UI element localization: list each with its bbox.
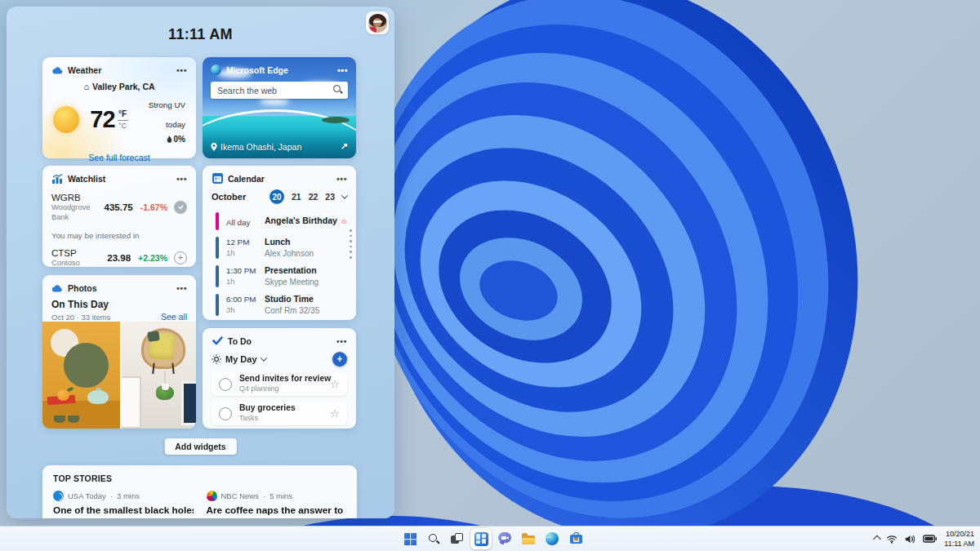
calendar-more-menu[interactable]: ••• bbox=[336, 176, 347, 182]
top-stories-title: TOP STORIES bbox=[53, 473, 346, 483]
sun-icon bbox=[53, 106, 79, 133]
weather-condition: Strong UV today bbox=[149, 100, 185, 129]
usa-today-logo-icon bbox=[53, 491, 64, 501]
watchlist-added-button[interactable] bbox=[174, 201, 187, 214]
calendar-icon bbox=[212, 173, 223, 184]
stock-row[interactable]: CTSP Contoso 23.98 +2.23% + bbox=[51, 247, 187, 269]
widgets-panel: 11:11 AM Weather ••• ⌂Valley Park, CA 72… bbox=[7, 7, 394, 518]
taskbar-date: 10/20/21 bbox=[944, 529, 974, 539]
calendar-scrollbar[interactable] bbox=[350, 229, 352, 259]
taskbar-clock[interactable]: 10/20/21 11:11 AM bbox=[944, 529, 974, 549]
add-task-button[interactable]: + bbox=[332, 352, 347, 367]
avatar bbox=[368, 14, 387, 33]
stock-change: +2.23% bbox=[138, 253, 167, 263]
weather-widget[interactable]: Weather ••• ⌂Valley Park, CA 72 °F °C St… bbox=[42, 57, 196, 158]
stock-symbol: CTSP bbox=[51, 247, 80, 259]
user-avatar-button[interactable] bbox=[366, 11, 389, 34]
widgets-icon bbox=[474, 532, 488, 546]
home-icon: ⌂ bbox=[83, 82, 89, 91]
my-day-sun-icon bbox=[212, 354, 221, 364]
my-day-selector[interactable]: My Day bbox=[225, 354, 257, 364]
temperature-value: 72 bbox=[90, 106, 114, 133]
chevron-down-icon[interactable] bbox=[260, 354, 266, 361]
store-icon bbox=[570, 532, 582, 545]
todo-widget[interactable]: To Do ••• My Day + Send invites for revi… bbox=[203, 328, 356, 429]
unit-toggle[interactable]: °F °C bbox=[118, 110, 128, 130]
calendar-date-selected[interactable]: 20 bbox=[270, 189, 284, 204]
stock-row[interactable]: WGRB Woodgrove Bank 435.75 -1.67% bbox=[51, 192, 187, 223]
task-item[interactable]: Buy groceries Tasks ☆ bbox=[212, 402, 347, 425]
wifi-icon[interactable] bbox=[886, 535, 898, 544]
file-explorer-button[interactable] bbox=[518, 528, 539, 549]
calendar-event[interactable]: 6:00 PM 3h Studio Time Conf Rm 32/35 bbox=[216, 294, 347, 316]
news-story[interactable]: USA Today · 3 mins One of the smallest b… bbox=[53, 491, 194, 516]
stock-name: Contoso bbox=[51, 259, 80, 269]
star-icon[interactable]: ☆ bbox=[330, 378, 340, 390]
web-search-input[interactable] bbox=[211, 82, 348, 99]
photos-heading: On This Day bbox=[51, 299, 110, 312]
calendar-month: October bbox=[212, 192, 246, 202]
expand-icon[interactable]: ↗ bbox=[341, 141, 348, 152]
see-all-link[interactable]: See all bbox=[161, 312, 187, 322]
photo-still-life[interactable] bbox=[42, 322, 120, 429]
story-headline: Are coffee naps the answer to your bbox=[207, 504, 347, 516]
widgets-button[interactable] bbox=[470, 528, 492, 549]
watchlist-title: Watchlist bbox=[68, 174, 105, 184]
calendar-event[interactable]: All day Angela's Birthday bbox=[216, 212, 347, 230]
task-complete-circle[interactable] bbox=[219, 407, 232, 420]
weather-location: ⌂Valley Park, CA bbox=[51, 82, 187, 91]
top-stories-section: TOP STORIES USA Today · 3 mins One of th… bbox=[42, 465, 357, 518]
onedrive-cloud-icon bbox=[51, 282, 63, 294]
stock-chart-icon bbox=[51, 173, 63, 184]
weather-cloud-icon bbox=[51, 64, 63, 76]
watchlist-widget[interactable]: Watchlist ••• WGRB Woodgrove Bank 435.75… bbox=[42, 166, 196, 267]
stock-symbol: WGRB bbox=[51, 192, 105, 203]
photos-title: Photos bbox=[68, 283, 97, 293]
edge-browser-button[interactable] bbox=[541, 528, 563, 549]
taskbar-time: 11:11 AM bbox=[944, 539, 974, 549]
chevron-down-icon[interactable] bbox=[341, 192, 348, 198]
story-headline: One of the smallest black holes — and bbox=[53, 504, 194, 516]
watchlist-more-menu[interactable]: ••• bbox=[176, 176, 187, 182]
map-pin-icon bbox=[211, 143, 217, 151]
microsoft-store-button[interactable] bbox=[565, 528, 586, 549]
task-view-button[interactable] bbox=[447, 528, 468, 549]
tray-overflow-chevron-icon[interactable] bbox=[873, 535, 881, 543]
calendar-date[interactable]: 22 bbox=[309, 192, 318, 202]
todo-more-menu[interactable]: ••• bbox=[336, 338, 347, 344]
edge-logo-icon bbox=[211, 64, 221, 75]
task-complete-circle[interactable] bbox=[219, 378, 232, 391]
task-item[interactable]: Send invites for review Q4 planning ☆ bbox=[212, 372, 347, 396]
add-widgets-button[interactable]: Add widgets bbox=[164, 438, 236, 455]
photo-collage[interactable] bbox=[42, 322, 196, 429]
chat-icon bbox=[498, 532, 512, 545]
news-story[interactable]: NBC News · 5 mins Are coffee naps the an… bbox=[207, 491, 347, 516]
edge-more-menu[interactable]: ••• bbox=[337, 67, 348, 73]
photos-more-menu[interactable]: ••• bbox=[176, 285, 187, 291]
birthday-cake-icon bbox=[341, 216, 347, 225]
photo-chair[interactable] bbox=[122, 322, 196, 429]
search-icon[interactable] bbox=[333, 85, 343, 95]
calendar-event[interactable]: 12 PM 1h Lunch Alex Johnson bbox=[216, 237, 347, 259]
start-button[interactable] bbox=[399, 528, 421, 549]
taskbar-search-button[interactable] bbox=[423, 528, 444, 549]
search-icon bbox=[428, 533, 439, 544]
calendar-date[interactable]: 21 bbox=[292, 192, 301, 202]
chat-button[interactable] bbox=[494, 528, 515, 549]
star-icon[interactable]: ☆ bbox=[330, 407, 340, 420]
task-view-icon bbox=[451, 533, 464, 545]
photo-location-label: Ikema Ohashi, Japan bbox=[220, 142, 301, 152]
weather-more-menu[interactable]: ••• bbox=[176, 67, 187, 73]
calendar-date[interactable]: 23 bbox=[325, 192, 335, 202]
nbc-news-logo-icon bbox=[207, 491, 217, 501]
battery-icon[interactable] bbox=[923, 535, 937, 543]
edge-widget[interactable]: Microsoft Edge ••• Ikema Ohashi, Japan ↗ bbox=[203, 57, 356, 158]
speaker-icon[interactable] bbox=[905, 535, 915, 544]
calendar-widget[interactable]: Calendar ••• October 20 21 22 23 All day… bbox=[203, 166, 356, 320]
calendar-event[interactable]: 1:30 PM 1h Presentation Skype Meeting bbox=[216, 265, 347, 287]
see-full-forecast-link[interactable]: See full forecast bbox=[51, 153, 187, 162]
watchlist-add-button[interactable]: + bbox=[174, 251, 187, 264]
droplet-icon bbox=[167, 136, 172, 143]
stock-change: -1.67% bbox=[140, 202, 167, 212]
photos-widget[interactable]: Photos ••• On This Day Oct 20 · 33 items… bbox=[42, 275, 196, 429]
